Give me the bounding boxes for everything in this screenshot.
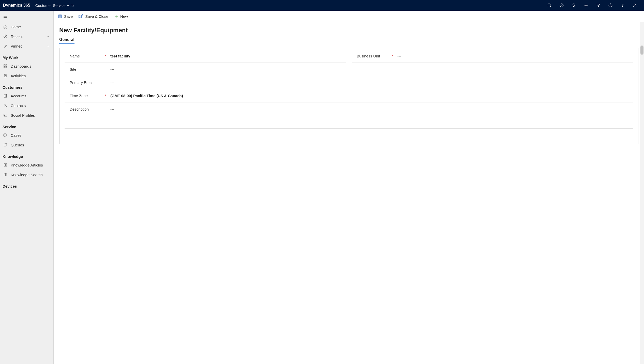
- required-indicator: *: [105, 94, 106, 98]
- left-nav: Home Recent Pinned My Work: [0, 11, 54, 364]
- field-name-label: Name: [65, 54, 80, 58]
- profile-card-icon: [3, 113, 8, 117]
- nav-pinned[interactable]: Pinned: [0, 41, 53, 51]
- nav-cases-label: Cases: [11, 133, 51, 138]
- task-icon[interactable]: [556, 0, 568, 11]
- form-panel: Name * test facility Business Unit * ---: [59, 48, 638, 144]
- nav-group-my-work: My Work: [0, 51, 53, 61]
- chevron-down-icon: [46, 44, 50, 48]
- nav-cases[interactable]: Cases: [0, 130, 53, 140]
- form-tabs: General: [59, 37, 638, 44]
- nav-home[interactable]: Home: [0, 22, 53, 32]
- user-icon[interactable]: [629, 0, 641, 11]
- svg-rect-23: [58, 15, 62, 18]
- field-time-zone-label: Time Zone: [65, 94, 88, 98]
- save-button-label: Save: [64, 14, 73, 19]
- scrollbar-thumb[interactable]: [640, 46, 643, 55]
- dashboard-icon: [3, 64, 8, 68]
- home-icon: [3, 25, 8, 29]
- save-close-icon: [78, 14, 83, 19]
- save-button[interactable]: Save: [57, 13, 73, 20]
- gear-icon[interactable]: [604, 0, 617, 11]
- save-icon: [58, 14, 62, 19]
- field-time-zone-value[interactable]: (GMT-08:00) Pacific Time (US & Canada): [108, 94, 633, 98]
- svg-rect-12: [4, 65, 5, 66]
- nav-queues-label: Queues: [11, 143, 51, 147]
- svg-rect-21: [4, 144, 6, 146]
- nav-activities[interactable]: Activities: [0, 71, 53, 81]
- nav-contacts[interactable]: Contacts: [0, 101, 53, 110]
- field-description-label: Description: [65, 107, 89, 111]
- svg-rect-19: [4, 114, 7, 116]
- nav-knowledge-search[interactable]: Knowledge Search: [0, 170, 53, 179]
- save-close-button-label: Save & Close: [85, 14, 108, 19]
- add-icon[interactable]: [580, 0, 592, 11]
- page-title: New Facility/Equipment: [59, 27, 638, 34]
- nav-pinned-label: Pinned: [11, 44, 46, 48]
- nav-knowledge-articles[interactable]: Knowledge Articles: [0, 160, 53, 170]
- clock-icon: [3, 34, 8, 38]
- nav-recent[interactable]: Recent: [0, 32, 53, 41]
- svg-point-0: [548, 4, 550, 6]
- svg-point-5: [610, 5, 611, 6]
- field-time-zone[interactable]: Time Zone * (GMT-08:00) Pacific Time (US…: [65, 89, 633, 102]
- global-navbar: Dynamics 365 Customer Service Hub: [0, 0, 644, 11]
- hamburger-button[interactable]: [0, 11, 53, 22]
- nav-dashboards-label: Dashboards: [11, 64, 51, 68]
- new-button[interactable]: New: [113, 13, 128, 20]
- nav-accounts-label: Accounts: [11, 94, 51, 98]
- nav-queues[interactable]: Queues: [0, 140, 53, 150]
- nav-group-service: Service: [0, 120, 53, 130]
- person-icon: [3, 103, 8, 108]
- filter-icon[interactable]: [592, 0, 604, 11]
- search-icon[interactable]: [543, 0, 556, 11]
- book-search-icon: [3, 173, 8, 177]
- hub-label[interactable]: Customer Service Hub: [35, 3, 74, 8]
- field-description-value[interactable]: ---: [108, 107, 633, 111]
- book-icon: [3, 163, 8, 167]
- field-business-unit[interactable]: Business Unit * ---: [352, 50, 633, 63]
- nav-contacts-label: Contacts: [11, 103, 51, 108]
- svg-point-7: [634, 4, 636, 5]
- svg-rect-15: [6, 66, 7, 68]
- field-primary-email-value[interactable]: ---: [108, 80, 346, 85]
- case-icon: [3, 133, 8, 137]
- field-name[interactable]: Name * test facility: [65, 50, 346, 63]
- main-area: Save Save & Close New New Facility/Equip…: [54, 11, 644, 364]
- field-business-unit-label: Business Unit: [352, 54, 380, 58]
- save-close-button[interactable]: Save & Close: [78, 13, 109, 20]
- field-primary-email[interactable]: Primary Email ---: [65, 76, 346, 89]
- field-business-unit-value[interactable]: ---: [395, 54, 633, 58]
- nav-home-label: Home: [11, 25, 51, 29]
- nav-knowledge-search-label: Knowledge Search: [11, 173, 51, 177]
- nav-accounts[interactable]: Accounts: [0, 91, 53, 101]
- nav-group-customers: Customers: [0, 81, 53, 91]
- nav-knowledge-articles-label: Knowledge Articles: [11, 163, 51, 167]
- page-content: New Facility/Equipment General Name * te…: [54, 22, 644, 364]
- field-site-value[interactable]: ---: [108, 67, 346, 71]
- scrollbar-track[interactable]: [640, 22, 644, 364]
- field-primary-email-label: Primary Email: [65, 80, 93, 85]
- svg-line-1: [550, 6, 551, 7]
- pin-icon: [3, 44, 8, 48]
- nav-group-devices: Devices: [0, 179, 53, 190]
- nav-dashboards[interactable]: Dashboards: [0, 61, 53, 71]
- svg-rect-14: [4, 66, 5, 68]
- help-icon[interactable]: [617, 0, 629, 11]
- queue-icon: [3, 143, 8, 147]
- svg-point-18: [5, 104, 6, 105]
- required-indicator: *: [392, 54, 393, 58]
- svg-rect-17: [4, 94, 6, 97]
- field-name-value[interactable]: test facility: [108, 54, 346, 58]
- nav-group-knowledge: Knowledge: [0, 150, 53, 160]
- plus-icon: [114, 14, 118, 19]
- field-description[interactable]: Description ---: [65, 102, 633, 116]
- svg-rect-13: [6, 65, 7, 66]
- lightbulb-icon[interactable]: [568, 0, 580, 11]
- nav-activities-label: Activities: [11, 74, 51, 78]
- tab-general[interactable]: General: [59, 37, 74, 44]
- svg-point-2: [560, 4, 563, 7]
- nav-social-profiles[interactable]: Social Profiles: [0, 110, 53, 120]
- field-site[interactable]: Site ---: [65, 63, 346, 76]
- brand-label: Dynamics 365: [3, 3, 30, 8]
